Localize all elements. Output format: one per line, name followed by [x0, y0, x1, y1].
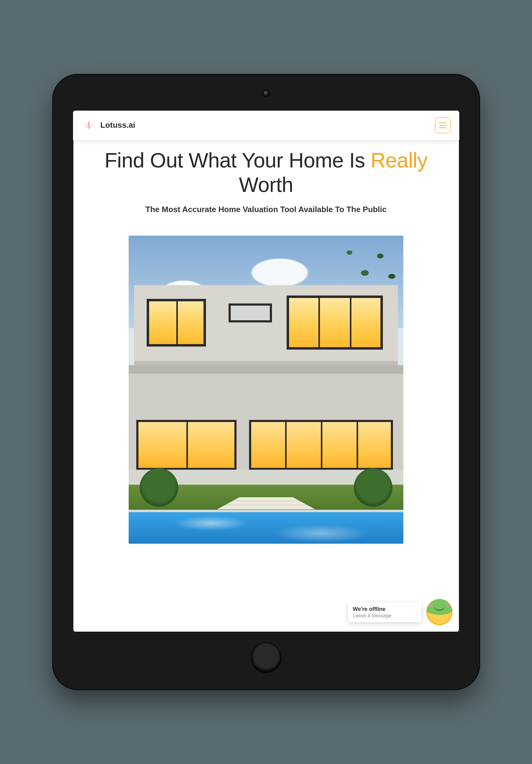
hero-title: Find Out What Your Home Is Really Worth	[85, 148, 447, 197]
home-button[interactable]	[252, 643, 281, 672]
hero-image-wrap	[73, 227, 459, 556]
lotus-icon	[82, 119, 96, 132]
hero-title-post: Worth	[239, 173, 293, 196]
hamburger-icon	[439, 122, 447, 129]
frog-icon	[426, 599, 452, 615]
brand[interactable]: Lotuss.ai	[82, 119, 135, 132]
hero-image	[129, 236, 404, 544]
brand-name: Lotuss.ai	[100, 120, 135, 130]
chat-status: We're offline	[353, 606, 415, 612]
chat-cta: Leave a message	[353, 613, 415, 619]
chat-widget: We're offline Leave a message	[348, 599, 452, 625]
screen: Lotuss.ai Find Out What Your Home Is Rea…	[73, 110, 459, 632]
app-header: Lotuss.ai	[73, 110, 459, 140]
hero-title-accent: Really	[371, 148, 428, 172]
hero: Find Out What Your Home Is Really Worth …	[73, 140, 459, 227]
chat-avatar-button[interactable]	[426, 599, 452, 625]
menu-button[interactable]	[435, 117, 451, 133]
chat-bubble[interactable]: We're offline Leave a message	[348, 602, 422, 622]
hero-title-pre: Find Out What Your Home Is	[104, 148, 371, 172]
tablet-frame: Lotuss.ai Find Out What Your Home Is Rea…	[52, 74, 480, 690]
hero-subtitle: The Most Accurate Home Valuation Tool Av…	[85, 205, 447, 214]
